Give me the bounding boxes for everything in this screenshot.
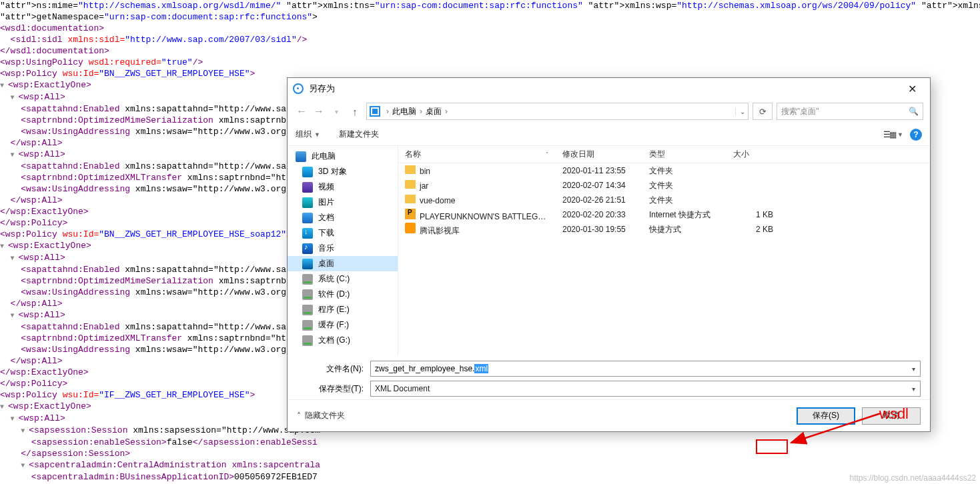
column-name[interactable]: 名称 ˄ <box>398 149 556 160</box>
file-icon <box>405 209 416 219</box>
chevron-right-icon[interactable]: › <box>384 107 391 116</box>
column-type[interactable]: 类型 <box>642 149 726 160</box>
file-row[interactable]: bin2020-01-11 23:55文件夹 <box>398 163 930 178</box>
filename-selected-ext: xml <box>474 364 488 373</box>
chevron-right-icon[interactable]: › <box>418 107 424 116</box>
file-row[interactable]: vue-dome2020-02-26 21:51文件夹 <box>398 193 930 207</box>
view-options-button[interactable]: ☰▦ ▼ <box>883 130 903 139</box>
up-button[interactable]: ↑ <box>348 106 362 117</box>
location-icon <box>370 106 380 117</box>
breadcrumb[interactable]: › 此电脑 › 桌面 › ⌄ <box>366 103 749 120</box>
help-icon[interactable]: ? <box>910 129 922 141</box>
sidebar-item-label: 系统 (C:) <box>318 273 350 285</box>
file-row[interactable]: jar2020-02-07 14:34文件夹 <box>398 178 930 193</box>
sidebar-item[interactable]: 3D 对象 <box>288 164 398 179</box>
filename-prefix: zws_get_hr_employee_hse. <box>375 364 474 373</box>
sidebar-item[interactable]: 程序 (E:) <box>288 302 398 317</box>
new-folder-button[interactable]: 新建文件夹 <box>339 129 379 140</box>
nav-back-forward[interactable]: ← → ▾ <box>294 105 344 117</box>
folder-icon <box>302 197 313 208</box>
sidebar-item-label: 图片 <box>318 197 334 208</box>
watermark: https://blog.csdn.net/aaaa4444ss22 <box>850 473 976 483</box>
file-size: 1 KB <box>726 210 780 219</box>
footer-fields: 文件名(N): zws_get_hr_employee_hse.xml ▾ 保存… <box>288 355 930 399</box>
chevron-down-icon: ▼ <box>314 131 320 138</box>
forward-icon[interactable]: → <box>312 105 326 117</box>
chevron-right-icon[interactable]: › <box>443 107 450 116</box>
chevron-icon: ˄ <box>297 411 301 421</box>
file-date: 2020-01-30 19:55 <box>556 225 642 234</box>
folder-icon <box>302 320 313 331</box>
toolbar: 组织 ▼ 新建文件夹 ☰▦ ▼ ? <box>288 123 930 146</box>
chevron-down-icon[interactable]: ▾ <box>907 365 920 373</box>
sidebar-item[interactable]: 文档 (G:) <box>288 333 398 348</box>
chevron-down-icon[interactable]: ▾ <box>907 385 920 393</box>
filetype-label: 保存类型(T): <box>297 383 370 395</box>
sidebar-item[interactable]: 桌面 <box>288 256 398 271</box>
sidebar-item-label: 下载 <box>318 227 334 239</box>
sidebar-item[interactable]: 此电脑 <box>288 149 398 164</box>
sidebar-item[interactable]: 图片 <box>288 195 398 210</box>
view-icon: ☰▦ <box>883 130 895 139</box>
file-date: 2020-02-07 14:34 <box>556 181 642 190</box>
app-icon <box>293 83 304 94</box>
dialog-title: 另存为 <box>309 83 897 95</box>
file-type: 文件夹 <box>642 180 726 191</box>
file-icon <box>405 195 416 203</box>
file-date: 2020-01-11 23:55 <box>556 166 642 175</box>
file-row[interactable]: 腾讯影视库2020-01-30 19:55快捷方式2 KB <box>398 222 930 237</box>
refresh-button[interactable]: ⟳ <box>753 103 773 120</box>
folder-icon <box>302 305 313 315</box>
file-list-header: 名称 ˄ 修改日期 类型 大小 <box>398 146 930 163</box>
filename-input[interactable]: zws_get_hr_employee_hse.xml ▾ <box>370 361 921 377</box>
dialog-titlebar: 另存为 ✕ <box>288 78 930 99</box>
sidebar-item[interactable]: 下载 <box>288 225 398 241</box>
file-icon <box>405 180 416 189</box>
file-icon <box>405 165 416 174</box>
folder-icon <box>296 151 306 162</box>
hide-folders-toggle[interactable]: ˄ 隐藏文件夹 <box>297 410 345 421</box>
folder-icon <box>302 335 313 346</box>
chevron-down-icon[interactable]: ⌄ <box>740 108 745 115</box>
sidebar-item-label: 此电脑 <box>312 151 336 162</box>
sidebar-item-label: 软件 (D:) <box>318 289 350 300</box>
sort-caret-icon: ˄ <box>546 151 549 158</box>
column-date[interactable]: 修改日期 <box>556 149 642 160</box>
sidebar-item-label: 桌面 <box>318 258 334 269</box>
folder-icon <box>302 243 313 254</box>
file-row[interactable]: PLAYERUNKNOWN'S BATTLEGROUN...2020-02-20… <box>398 207 930 222</box>
folder-icon <box>302 228 313 239</box>
sidebar-item[interactable]: 音乐 <box>288 241 398 256</box>
folder-icon <box>302 167 313 177</box>
sidebar-item-label: 文档 (G:) <box>318 335 350 346</box>
history-dropdown-icon[interactable]: ▾ <box>329 108 344 115</box>
close-button[interactable]: ✕ <box>897 79 927 99</box>
sidebar-item[interactable]: 系统 (C:) <box>288 271 398 287</box>
file-name: jar <box>420 181 428 191</box>
save-button[interactable]: 保存(S) <box>797 407 855 425</box>
filetype-select[interactable]: XML Document ▾ <box>370 381 921 397</box>
file-type: Internet 快捷方式 <box>642 209 726 221</box>
folder-icon <box>302 213 313 223</box>
back-icon[interactable]: ← <box>294 105 309 117</box>
search-icon: 🔍 <box>909 107 919 116</box>
organize-button[interactable]: 组织 ▼ <box>296 129 320 140</box>
sidebar-item[interactable]: 文档 <box>288 210 398 225</box>
breadcrumb-part[interactable]: 桌面 <box>426 106 442 117</box>
breadcrumb-root[interactable]: 此电脑 <box>392 106 416 117</box>
sidebar-item-label: 程序 (E:) <box>318 304 350 315</box>
sidebar-item[interactable]: 软件 (D:) <box>288 287 398 302</box>
search-placeholder: 搜索"桌面" <box>781 106 819 117</box>
file-type: 文件夹 <box>642 195 726 206</box>
folder-icon <box>302 289 313 300</box>
sidebar-item[interactable]: 视频 <box>288 179 398 195</box>
file-name: vue-dome <box>420 196 455 205</box>
file-name: bin <box>420 167 430 176</box>
column-size[interactable]: 大小 <box>726 149 780 160</box>
file-date: 2020-02-20 20:33 <box>556 210 642 219</box>
sidebar: 此电脑3D 对象视频图片文档下载音乐桌面系统 (C:)软件 (D:)程序 (E:… <box>288 146 398 355</box>
file-list[interactable]: bin2020-01-11 23:55文件夹jar2020-02-07 14:3… <box>398 163 930 355</box>
sidebar-item[interactable]: 缓存 (F:) <box>288 317 398 333</box>
file-icon <box>405 223 416 233</box>
search-input[interactable]: 搜索"桌面" 🔍 <box>777 103 923 120</box>
